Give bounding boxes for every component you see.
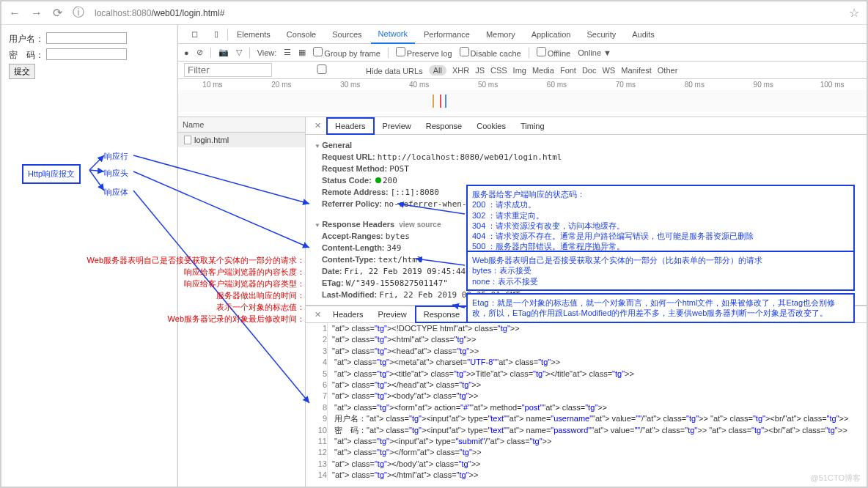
tab-performance[interactable]: Performance [416, 25, 477, 44]
dtab-timing[interactable]: Timing [513, 117, 552, 135]
file-icon [184, 136, 191, 144]
response-body: 1"at"> class="tg"><!DOCTYPE html"at"> cl… [306, 323, 867, 487]
anno-red-2: 响应给客户端浏览器的内容长度： [56, 267, 305, 278]
close-response-icon[interactable]: ✕ [310, 306, 326, 323]
tab-network[interactable]: Network [371, 25, 415, 44]
view-frame-icon[interactable]: ▦ [298, 48, 306, 57]
anno-resp-line: 响应行 [104, 151, 128, 162]
filter-bar: Hide data URLs All XHR JS CSS Img Media … [178, 62, 867, 79]
anno-etag: Etag：就是一个对象的标志值，就一个对象而言，如何一个html文件，如果被修改… [466, 293, 855, 323]
submit-button[interactable]: 提交 [9, 64, 35, 79]
forward-icon[interactable]: → [31, 7, 43, 20]
dtab-headers[interactable]: Headers [326, 117, 375, 135]
anno-red-1: Web服务器表明自己是否接受获取某个实体的一部分的请求： [56, 255, 305, 266]
dtab-response-2[interactable]: Response [415, 306, 469, 323]
tab-console[interactable]: Console [279, 25, 323, 44]
password-input[interactable] [46, 48, 127, 60]
filter-all[interactable]: All [429, 65, 446, 75]
dtab-preview[interactable]: Preview [375, 117, 419, 135]
browser-toolbar: ← → ⟳ ⓘ localhost:8080/web01/login.html#… [1, 1, 867, 25]
request-name-header: Name [178, 117, 305, 133]
filter-input[interactable] [184, 63, 272, 77]
tab-application[interactable]: Application [524, 25, 578, 44]
tab-security[interactable]: Security [579, 25, 623, 44]
info-icon: ⓘ [73, 5, 84, 21]
filter-icon[interactable]: ▽ [236, 48, 242, 57]
close-detail-icon[interactable]: ✕ [310, 117, 326, 135]
anno-resp-header: 响应头 [104, 168, 128, 179]
anno-red-6: Web服务器记录的对象最后修改时间： [56, 314, 305, 325]
status-dot-icon [375, 177, 381, 183]
view-list-icon[interactable]: ☰ [284, 48, 291, 57]
back-icon[interactable]: ← [9, 7, 21, 20]
password-label: 密 码： [9, 49, 44, 59]
device-icon[interactable]: ▯ [207, 25, 226, 44]
anno-red-4: 服务器做出响应的时间： [56, 290, 305, 301]
network-toolbar: ● ⊘ 📷 ▽ View: ☰ ▦ Group by frame Preserv… [178, 44, 867, 62]
clear-icon[interactable]: ⊘ [196, 48, 203, 57]
bookmark-icon[interactable]: ☆ [849, 6, 859, 20]
tab-sources[interactable]: Sources [325, 25, 369, 44]
request-item[interactable]: login.html [178, 133, 305, 147]
anno-accept-ranges: Web服务器表明自己是否接受获取某个实体的一部分（比如表单的一部分）的请求 by… [466, 251, 855, 291]
inspect-icon[interactable]: ◻ [184, 25, 205, 44]
tab-elements[interactable]: Elements [229, 25, 278, 44]
section-general[interactable]: General [315, 141, 858, 149]
dtab-cookies[interactable]: Cookies [469, 117, 513, 135]
tab-memory[interactable]: Memory [479, 25, 523, 44]
anno-status-codes: 服务器给客户端响应的状态码： 200 ：请求成功。 302 ：请求重定向。 30… [466, 185, 855, 256]
anno-red-5: 表示一个对象的标志值： [56, 302, 305, 313]
anno-red-3: 响应给客户端浏览器的内容类型： [56, 278, 305, 289]
timeline[interactable]: 10 ms20 ms30 ms40 ms50 ms60 ms70 ms80 ms… [178, 79, 867, 117]
anno-resp-body: 响应体 [104, 187, 128, 198]
devtools-tabs: ◻ ▯ Elements Console Sources Network Per… [178, 25, 867, 44]
username-label: 用户名： [9, 34, 44, 44]
address-bar[interactable]: localhost:8080/web01/login.html# [95, 8, 224, 18]
camera-icon[interactable]: 📷 [218, 48, 229, 57]
tab-audits[interactable]: Audits [625, 25, 662, 44]
username-input[interactable] [46, 32, 127, 44]
anno-http-response: Http响应报文 [22, 164, 81, 184]
reload-icon[interactable]: ⟳ [53, 6, 62, 20]
watermark: @51CTO博客 [811, 473, 861, 484]
dtab-response[interactable]: Response [419, 117, 470, 135]
record-icon[interactable]: ● [184, 48, 189, 57]
